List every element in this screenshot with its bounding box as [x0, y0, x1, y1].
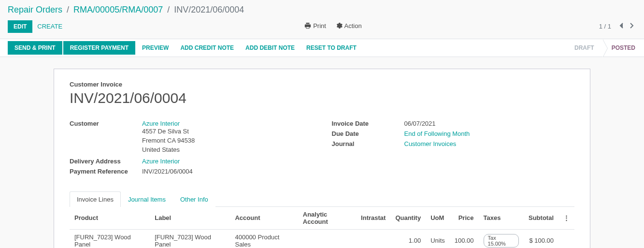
print-button[interactable]: Print: [304, 22, 326, 29]
create-button[interactable]: CREATE: [32, 20, 67, 33]
cell-subtotal: $ 100.00: [524, 229, 558, 248]
journal-label: Journal: [332, 140, 404, 147]
journal-value[interactable]: Customer Invoices: [404, 140, 457, 147]
breadcrumb-current: INV/2021/06/0004: [174, 5, 244, 15]
due-date-label: Due Date: [332, 130, 404, 137]
delivery-label: Delivery Address: [70, 158, 142, 165]
chevron-left-icon: [618, 22, 626, 29]
print-label: Print: [313, 22, 326, 29]
cell-analytic: [298, 229, 356, 248]
tab-other-info[interactable]: Other Info: [173, 191, 215, 207]
pager-next[interactable]: [627, 21, 636, 32]
edit-button[interactable]: EDIT: [8, 20, 32, 33]
cell-uom: Units: [426, 229, 450, 248]
action-button[interactable]: Action: [336, 22, 362, 29]
reset-to-draft-button[interactable]: RESET TO DRAFT: [301, 41, 362, 55]
add-credit-note-button[interactable]: ADD CREDIT NOTE: [174, 41, 240, 55]
cell-intrastat: [356, 229, 390, 248]
invoice-type-label: Customer Invoice: [70, 81, 574, 88]
form-sheet: Customer Invoice INV/2021/06/0004 Custom…: [54, 69, 590, 248]
payref-label: Payment Reference: [70, 168, 142, 175]
col-price: Price: [450, 207, 479, 230]
cell-taxes: Tax 15.00%: [479, 229, 524, 248]
breadcrumb-sep: /: [67, 5, 69, 15]
cell-price: 100.00: [450, 229, 479, 248]
pager-prev[interactable]: [617, 21, 627, 32]
due-date-value[interactable]: End of Following Month: [404, 130, 470, 137]
tab-invoice-lines[interactable]: Invoice Lines: [70, 191, 121, 207]
payref-value: INV/2021/06/0004: [142, 168, 313, 175]
col-uom: UoM: [426, 207, 450, 230]
chevron-right-icon: [628, 22, 635, 29]
col-quantity: Quantity: [390, 207, 426, 230]
invoice-number: INV/2021/06/0004: [70, 90, 574, 106]
invoice-lines-table: Product Label Account Analytic Account I…: [70, 207, 574, 248]
breadcrumb-root[interactable]: Repair Orders: [8, 5, 62, 15]
col-subtotal: Subtotal: [524, 207, 558, 230]
customer-label: Customer: [70, 120, 142, 127]
col-account: Account: [230, 207, 298, 230]
invoice-date-label: Invoice Date: [332, 120, 404, 127]
customer-addr3: United States: [142, 146, 313, 155]
breadcrumb-parent[interactable]: RMA/00005/RMA/0007: [73, 5, 163, 15]
preview-button[interactable]: PREVIEW: [136, 41, 174, 55]
breadcrumb: Repair Orders / RMA/00005/RMA/0007 / INV…: [0, 0, 644, 18]
col-product: Product: [70, 207, 150, 230]
tab-journal-items[interactable]: Journal Items: [121, 191, 173, 207]
breadcrumb-sep: /: [167, 5, 170, 15]
tax-badge: Tax 15.00%: [484, 234, 519, 248]
cell-quantity: 1.00: [390, 229, 426, 248]
status-draft: DRAFT: [566, 39, 603, 57]
delivery-link[interactable]: Azure Interior: [142, 158, 180, 165]
gear-icon: [336, 22, 343, 29]
col-options[interactable]: ⋮: [558, 207, 574, 230]
action-label: Action: [344, 22, 362, 29]
customer-addr2: Fremont CA 94538: [142, 136, 313, 146]
pager-text: 1 / 1: [599, 23, 611, 30]
customer-link[interactable]: Azure Interior: [142, 120, 180, 127]
print-icon: [304, 22, 311, 29]
send-print-button[interactable]: SEND & PRINT: [8, 41, 62, 55]
col-label: Label: [150, 207, 230, 230]
cell-product: [FURN_7023] Wood Panel: [70, 229, 150, 248]
table-row[interactable]: [FURN_7023] Wood Panel [FURN_7023] Wood …: [70, 229, 574, 248]
col-taxes: Taxes: [479, 207, 524, 230]
customer-addr1: 4557 De Silva St: [142, 127, 313, 136]
col-analytic: Analytic Account: [298, 207, 356, 230]
cell-label: [FURN_7023] Wood Panel: [150, 229, 230, 248]
status-bar: SEND & PRINT REGISTER PAYMENT PREVIEW AD…: [0, 39, 644, 57]
add-debit-note-button[interactable]: ADD DEBIT NOTE: [240, 41, 301, 55]
register-payment-button[interactable]: REGISTER PAYMENT: [63, 41, 135, 55]
col-intrastat: Intrastat: [356, 207, 390, 230]
status-posted: POSTED: [603, 39, 644, 57]
invoice-date-value: 06/07/2021: [404, 120, 575, 127]
cell-account: 400000 Product Sales: [230, 229, 298, 248]
control-panel: EDIT CREATE Print Action 1 / 1: [0, 18, 644, 39]
